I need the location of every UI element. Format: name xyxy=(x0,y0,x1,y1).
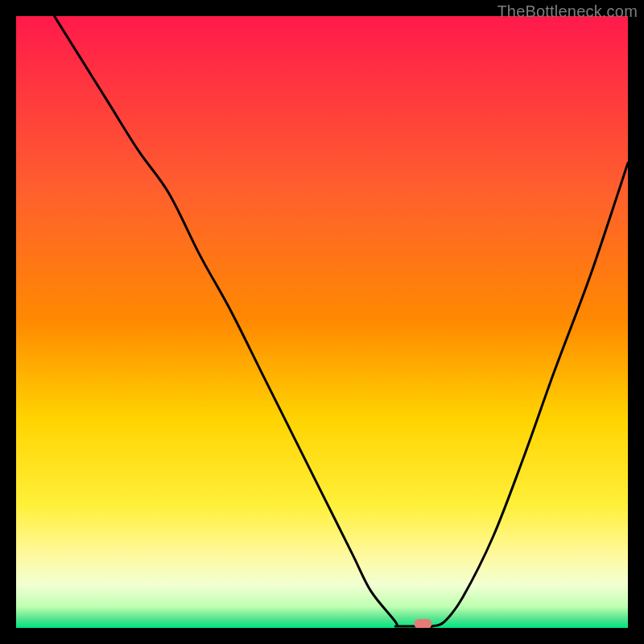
chart-svg xyxy=(16,16,628,628)
watermark-text: TheBottleneck.com xyxy=(497,2,638,21)
gradient-background xyxy=(16,16,628,628)
optimum-marker xyxy=(414,619,431,628)
plot-area xyxy=(16,16,628,628)
chart-stage: TheBottleneck.com xyxy=(0,0,644,644)
